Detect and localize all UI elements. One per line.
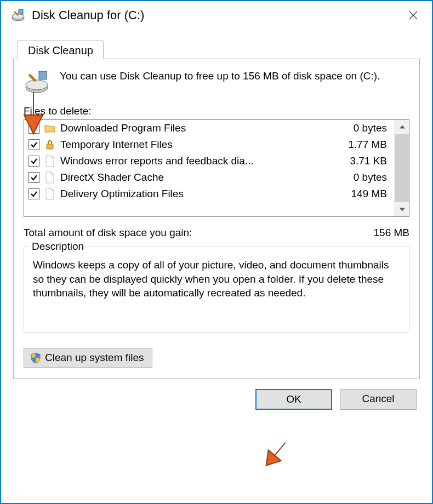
- svg-point-4: [26, 80, 48, 90]
- description-legend: Description: [30, 240, 86, 253]
- cancel-button[interactable]: Cancel: [340, 389, 417, 410]
- dialog-buttons: OK Cancel: [13, 379, 420, 410]
- svg-rect-6: [47, 144, 53, 149]
- file-row[interactable]: Delivery Optimization Files149 MB: [24, 186, 395, 202]
- files-to-delete-label: Files to delete:: [24, 105, 409, 117]
- disk-icon: [24, 69, 50, 95]
- scrollbar[interactable]: [395, 120, 409, 216]
- file-icon: [44, 171, 56, 184]
- file-name: DirectX Shader Cache: [60, 171, 349, 184]
- file-name: Windows error reports and feedback dia..…: [60, 155, 345, 167]
- svg-rect-5: [39, 71, 47, 79]
- ok-button[interactable]: OK: [255, 389, 332, 410]
- cleanup-button-label: Clean up system files: [45, 352, 144, 364]
- file-size: 0 bytes: [354, 171, 389, 184]
- file-size: 149 MB: [351, 188, 389, 200]
- checkbox[interactable]: [29, 188, 39, 199]
- file-size: 1.77 MB: [348, 139, 389, 151]
- tab-page: You can use Disk Cleanup to free up to 1…: [13, 59, 420, 379]
- disk-cleanup-icon: [11, 8, 25, 22]
- scroll-up-button[interactable]: [395, 120, 409, 134]
- file-icon: [44, 187, 56, 201]
- files-listbox[interactable]: Downloaded Program Files0 bytesTemporary…: [24, 119, 409, 217]
- description-group: Description Windows keeps a copy of all …: [24, 247, 409, 333]
- total-row: Total amount of disk space you gain: 156…: [24, 227, 409, 239]
- scrollbar-thumb[interactable]: [395, 134, 409, 202]
- intro: You can use Disk Cleanup to free up to 1…: [24, 69, 409, 95]
- svg-rect-2: [19, 9, 23, 14]
- file-name: Temporary Internet Files: [60, 139, 344, 151]
- checkbox[interactable]: [29, 172, 39, 183]
- file-size: 0 bytes: [354, 122, 389, 134]
- file-size: 3.71 KB: [350, 155, 389, 167]
- checkbox[interactable]: [29, 156, 39, 167]
- tab-disk-cleanup[interactable]: Disk Cleanup: [18, 41, 104, 59]
- dialog-window: Disk Cleanup for (C:) Disk Cleanup You c…: [0, 0, 433, 504]
- file-name: Delivery Optimization Files: [60, 188, 347, 200]
- annotation-arrow-icon: [259, 437, 293, 471]
- file-row[interactable]: Temporary Internet Files1.77 MB: [24, 136, 395, 153]
- file-row[interactable]: Windows error reports and feedback dia..…: [24, 153, 395, 169]
- window-title: Disk Cleanup for (C:): [32, 8, 144, 22]
- cleanup-system-files-button[interactable]: Clean up system files: [24, 348, 152, 368]
- file-name: Downloaded Program Files: [60, 122, 349, 134]
- intro-text: You can use Disk Cleanup to free up to 1…: [60, 69, 380, 95]
- shield-icon: [30, 352, 42, 364]
- scroll-down-button[interactable]: [395, 202, 409, 216]
- description-text: Windows keeps a copy of all of your pict…: [33, 258, 400, 300]
- close-button[interactable]: [401, 5, 425, 25]
- lock-icon: [44, 138, 56, 151]
- checkbox[interactable]: [29, 139, 39, 150]
- total-value: 156 MB: [374, 227, 409, 239]
- file-row[interactable]: DirectX Shader Cache0 bytes: [24, 169, 395, 186]
- total-label: Total amount of disk space you gain:: [24, 227, 192, 239]
- titlebar: Disk Cleanup for (C:): [1, 1, 432, 30]
- folder-icon: [44, 122, 56, 135]
- checkbox[interactable]: [29, 123, 39, 134]
- file-icon: [44, 154, 56, 168]
- file-row[interactable]: Downloaded Program Files0 bytes: [24, 120, 395, 136]
- tab-strip: Disk Cleanup: [18, 36, 420, 59]
